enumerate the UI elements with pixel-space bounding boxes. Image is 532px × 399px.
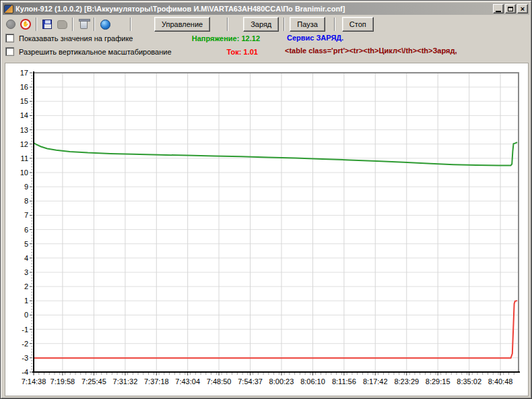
svg-text:8:23:29: 8:23:29 <box>394 377 419 386</box>
save-button[interactable] <box>41 18 53 30</box>
window-title: Кулон-912 (1.0.0.2) [B:\Аккумуляторы\Тро… <box>15 5 493 13</box>
export-button[interactable] <box>56 18 68 30</box>
log-text: <table class='prt'><tr><th>Цикл<\/th><th… <box>285 47 531 55</box>
toolbar-separator <box>36 18 37 31</box>
stop-hand-icon: ✋ <box>20 19 31 30</box>
svg-text:16: 16 <box>20 83 28 91</box>
show-values-checkbox[interactable] <box>5 34 14 42</box>
app-window: Кулон-912 (1.0.0.2) [B:\Аккумуляторы\Тро… <box>0 0 532 399</box>
trash-icon <box>80 22 88 29</box>
pause-button[interactable]: Пауза <box>290 17 325 32</box>
svg-text:8:00:23: 8:00:23 <box>269 377 294 386</box>
svg-text:2: 2 <box>24 282 28 290</box>
svg-text:8:35:02: 8:35:02 <box>457 377 481 386</box>
svg-text:7:37:18: 7:37:18 <box>144 377 169 386</box>
svg-text:8:06:10: 8:06:10 <box>300 377 325 386</box>
charge-button[interactable]: Заряд <box>243 17 279 32</box>
vertical-scale-label: Разрешить вертикальное масштабирование <box>19 48 172 56</box>
toolbar-separator <box>227 18 228 31</box>
delete-button[interactable] <box>77 18 90 30</box>
toolbar-separator <box>130 18 131 31</box>
svg-text:-2: -2 <box>22 340 28 348</box>
svg-text:8:40:48: 8:40:48 <box>488 377 513 386</box>
svg-text:3: 3 <box>24 268 28 276</box>
toolbar-separator <box>284 18 285 31</box>
svg-text:7:31:32: 7:31:32 <box>113 377 138 386</box>
current-readout: Ток: 1.01 <box>156 48 258 56</box>
voltage-value: 12.12 <box>241 34 260 42</box>
svg-text:-3: -3 <box>22 354 28 362</box>
svg-text:12: 12 <box>20 140 28 148</box>
minimize-button[interactable] <box>493 4 504 13</box>
svg-text:8:11:56: 8:11:56 <box>332 377 356 386</box>
chart-svg[interactable]: -4-3-2-1012345678910111213141516177:14:3… <box>5 63 528 396</box>
voltage-label: Напряжение: <box>192 34 240 42</box>
svg-text:10: 10 <box>20 168 28 177</box>
svg-text:5: 5 <box>24 240 28 248</box>
maximize-icon <box>508 7 513 11</box>
stop-hand-button[interactable]: ✋ <box>20 18 32 30</box>
gray-document-icon <box>57 20 67 29</box>
floppy-save-icon <box>42 20 52 29</box>
toolbar-separator <box>72 18 73 31</box>
app-icon <box>4 5 13 13</box>
svg-text:-4: -4 <box>22 368 28 376</box>
svg-text:7:43:04: 7:43:04 <box>175 377 200 386</box>
maximize-button[interactable] <box>505 4 516 13</box>
svg-text:9: 9 <box>24 183 28 191</box>
service-status: Сервис ЗАРЯД. <box>287 34 343 42</box>
vertical-scale-checkbox[interactable] <box>5 47 14 56</box>
toolbar: ✋ Управление Заряд Пауза Стоп <box>3 16 376 32</box>
show-values-option[interactable]: Показавать значения на графике <box>5 34 133 42</box>
current-value: 1.01 <box>244 48 258 56</box>
toolbar-separator <box>334 18 335 31</box>
svg-text:-1: -1 <box>22 326 28 334</box>
svg-text:6: 6 <box>24 226 28 234</box>
svg-text:11: 11 <box>21 154 28 162</box>
vertical-scale-option[interactable]: Разрешить вертикальное масштабирование <box>5 47 172 56</box>
svg-text:1: 1 <box>24 297 28 305</box>
svg-text:4: 4 <box>24 254 28 262</box>
toolbar-separator <box>94 18 95 31</box>
svg-text:0: 0 <box>24 311 28 319</box>
svg-text:7:54:37: 7:54:37 <box>238 377 263 386</box>
svg-text:8: 8 <box>24 197 28 205</box>
svg-text:8:29:15: 8:29:15 <box>426 377 451 386</box>
voltage-readout: Напряжение: 12.12 <box>156 34 260 42</box>
title-bar[interactable]: Кулон-912 (1.0.0.2) [B:\Аккумуляторы\Тро… <box>3 3 529 15</box>
svg-text:7: 7 <box>24 211 28 219</box>
close-button[interactable]: × <box>517 4 528 13</box>
show-values-label: Показавать значения на графике <box>19 34 133 42</box>
chart-panel: -4-3-2-1012345678910111213141516177:14:3… <box>5 63 529 396</box>
stop-button[interactable]: Стоп <box>342 17 374 32</box>
svg-text:7:48:50: 7:48:50 <box>207 377 232 386</box>
svg-text:13: 13 <box>20 126 28 134</box>
settings-button[interactable] <box>99 18 111 30</box>
svg-text:17: 17 <box>20 69 28 77</box>
svg-text:7:14:38: 7:14:38 <box>22 377 46 386</box>
record-icon <box>6 20 15 29</box>
close-icon: × <box>521 5 525 12</box>
svg-text:15: 15 <box>20 97 28 105</box>
svg-text:7:25:45: 7:25:45 <box>81 377 106 386</box>
record-button[interactable] <box>5 18 17 30</box>
globe-icon <box>100 20 110 30</box>
control-button[interactable]: Управление <box>154 17 210 32</box>
current-label: Ток: <box>227 48 242 56</box>
minimize-icon <box>496 11 501 12</box>
svg-text:14: 14 <box>20 111 28 119</box>
svg-text:8:17:42: 8:17:42 <box>363 377 388 386</box>
svg-text:7:19:58: 7:19:58 <box>51 377 75 386</box>
